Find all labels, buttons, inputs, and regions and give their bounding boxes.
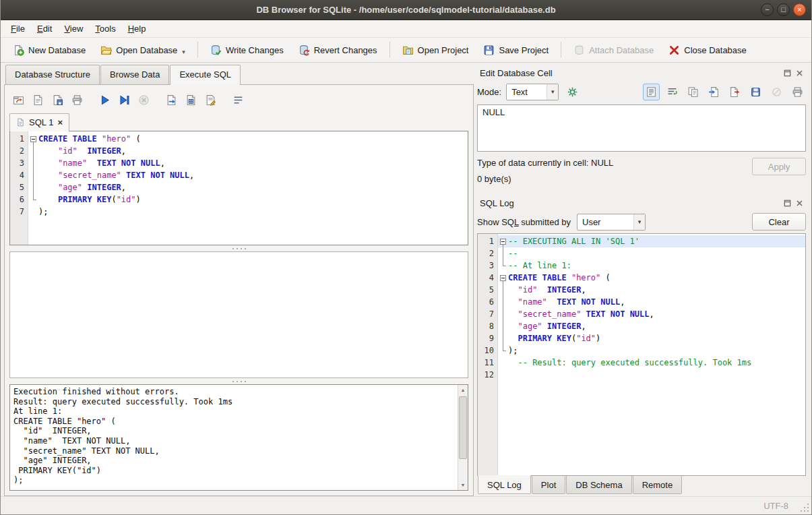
menu-item-tools[interactable]: Tools (89, 22, 121, 36)
export-results-button[interactable] (162, 91, 180, 109)
stop-execution-button[interactable] (135, 91, 152, 109)
line-number: 12 (478, 369, 498, 381)
copy-button[interactable] (685, 84, 701, 100)
menu-item-file[interactable]: File (5, 22, 31, 36)
find-replace-button[interactable] (201, 91, 219, 109)
mode-select[interactable]: Text ▾ (506, 84, 559, 100)
menu-item-view[interactable]: View (58, 22, 89, 36)
fold-marker-icon (28, 133, 38, 145)
bottom-tab-plot[interactable]: Plot (532, 476, 565, 494)
new-database-label: New Database (28, 45, 86, 55)
open-project-button[interactable]: Open Project (396, 41, 476, 59)
close-dock-icon[interactable] (796, 69, 803, 77)
fold-guide (498, 357, 508, 369)
close-button[interactable]: × (793, 3, 806, 16)
new-database-button[interactable]: New Database (6, 41, 92, 59)
toolbar-separator (389, 42, 390, 58)
splitter-editor-results[interactable] (9, 245, 468, 251)
line-number: 3 (10, 157, 28, 169)
results-grid[interactable] (9, 251, 468, 378)
sql-log-title: SQL Log (480, 198, 784, 208)
app-window: DB Browser for SQLite - /home/user/code/… (0, 0, 812, 515)
attach-database-label: Attach Database (589, 45, 654, 55)
splitter-results-output[interactable] (9, 378, 468, 384)
open-sql-in-new-tab-button[interactable] (9, 91, 27, 109)
execution-output[interactable]: Execution finished without errors. Resul… (9, 384, 468, 491)
bottom-tab-bar: SQL LogPlotDB SchemaRemote (476, 476, 807, 496)
menu-item-edit[interactable]: Edit (31, 22, 58, 36)
write-changes-button[interactable]: Write Changes (204, 41, 290, 59)
open-db-icon (100, 44, 112, 56)
clear-log-button[interactable]: Clear (752, 213, 806, 231)
close-dock-icon[interactable] (796, 200, 803, 207)
minimize-button[interactable]: − (761, 3, 774, 16)
main-toolbar: New DatabaseOpen Database▾Write ChangesR… (1, 38, 811, 63)
sql-tab-close-icon[interactable]: × (57, 118, 63, 127)
code-line: 3 "name" TEXT NOT NULL, (10, 157, 468, 169)
tab-browse-data[interactable]: Browse Data (100, 65, 169, 84)
save-results-view-button[interactable] (182, 91, 199, 109)
cell-size-text: 0 byte(s) (477, 174, 747, 184)
window-controls: −□× (761, 3, 806, 16)
save-project-button[interactable]: Save Project (476, 41, 555, 59)
resize-grip-icon[interactable] (807, 504, 809, 505)
line-number: 3 (478, 260, 498, 272)
log-filter-row: Show SQL submitted by User ▾ Clear (476, 210, 807, 233)
line-number: 1 (478, 235, 498, 247)
edit-cell-title: Edit Database Cell (480, 68, 784, 78)
text-view-button[interactable] (643, 84, 660, 100)
attach-database-button[interactable]: Attach Database (567, 41, 660, 59)
open-sql-file-button[interactable] (29, 91, 46, 109)
fold-guide (498, 320, 508, 332)
execute-current-line-button[interactable] (115, 91, 133, 109)
maximize-button[interactable]: □ (777, 3, 790, 16)
float-dock-icon[interactable] (784, 69, 791, 77)
menu-item-help[interactable]: Help (122, 22, 152, 36)
write-changes-label: Write Changes (226, 45, 284, 55)
cell-editor[interactable]: NULL (477, 104, 806, 152)
tab-database-structure[interactable]: Database Structure (5, 65, 100, 84)
apply-button[interactable]: Apply (752, 158, 806, 175)
tab-execute-sql[interactable]: Execute SQL (170, 65, 241, 85)
apply-format-button[interactable] (563, 83, 581, 100)
print-button[interactable] (789, 84, 806, 100)
open-project-label: Open Project (418, 45, 469, 55)
sql-tab[interactable]: SQL 1 × (9, 113, 69, 131)
bottom-tab-remote[interactable]: Remote (633, 476, 683, 494)
line-number: 11 (478, 357, 498, 369)
title-bar[interactable]: DB Browser for SQLite - /home/user/code/… (1, 0, 811, 20)
save-sql-file-button[interactable] (49, 91, 66, 109)
sql-editor[interactable]: 1CREATE TABLE "hero" (2 "id" INTEGER,3 "… (9, 131, 468, 245)
sql-file-icon (16, 118, 25, 127)
word-wrap-button[interactable] (664, 84, 681, 100)
code-line: 11 -- Result: query executed successfull… (478, 357, 805, 369)
output-scrollbar[interactable]: ▲ ▼ (458, 385, 468, 490)
float-dock-icon[interactable] (784, 200, 791, 207)
line-number: 6 (478, 296, 498, 308)
sql-log-panel[interactable]: 1-- EXECUTING ALL IN 'SQL 1'2--3-- At li… (477, 233, 806, 476)
scroll-thumb[interactable] (459, 396, 467, 459)
print-sql-button[interactable] (68, 91, 86, 109)
open-database-button[interactable]: Open Database▾ (94, 41, 192, 59)
scroll-track[interactable] (458, 395, 468, 480)
scroll-down-icon[interactable]: ▼ (458, 480, 468, 490)
main-tab-bar: Database StructureBrowse DataExecute SQL (4, 64, 474, 84)
bottom-tab-sql-log[interactable]: SQL Log (478, 475, 531, 494)
code-line: 10); (478, 344, 805, 357)
save-as-button[interactable] (747, 84, 764, 100)
sql-editor-toolbar (9, 90, 468, 110)
auto-format-button[interactable] (229, 91, 247, 109)
code-line: 12 (478, 369, 805, 381)
close-database-button[interactable]: Close Database (662, 41, 753, 59)
sql-log-view: 1-- EXECUTING ALL IN 'SQL 1'2--3-- At li… (478, 234, 805, 475)
import-button[interactable] (706, 84, 722, 100)
scroll-up-icon[interactable]: ▲ (458, 385, 468, 395)
set-null-button[interactable] (768, 84, 785, 100)
execute-all-button[interactable] (96, 91, 113, 109)
bottom-tab-db-schema[interactable]: DB Schema (566, 476, 631, 494)
log-filter-select[interactable]: User ▾ (577, 214, 646, 231)
execute-sql-page: SQL 1 × 1CREATE TABLE "hero" (2 "id" INT… (4, 84, 474, 496)
export-button[interactable] (726, 84, 743, 100)
revert-changes-button[interactable]: Revert Changes (292, 41, 384, 59)
dropdown-arrow-icon[interactable]: ▾ (182, 49, 185, 56)
